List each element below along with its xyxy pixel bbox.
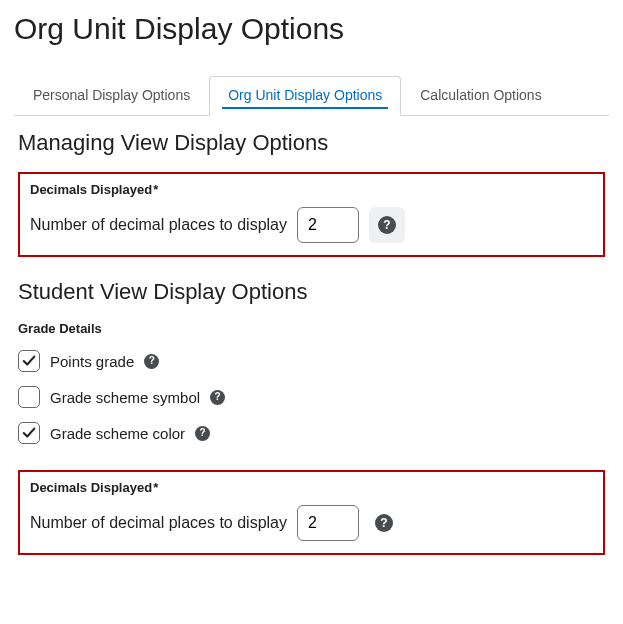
- points-grade-label: Points grade: [50, 353, 134, 370]
- legend-text: Decimals Displayed: [30, 480, 152, 495]
- org-unit-panel: Managing View Display Options Decimals D…: [14, 130, 609, 555]
- managing-decimals-group: Decimals Displayed* Number of decimal pl…: [18, 172, 605, 257]
- grade-scheme-symbol-row: Grade scheme symbol ?: [18, 386, 605, 408]
- grade-scheme-symbol-label: Grade scheme symbol: [50, 389, 200, 406]
- points-grade-checkbox[interactable]: [18, 350, 40, 372]
- tab-calculation-options[interactable]: Calculation Options: [401, 76, 560, 115]
- tab-org-unit-display-options[interactable]: Org Unit Display Options: [209, 76, 401, 116]
- managing-decimals-label: Number of decimal places to display: [30, 216, 287, 234]
- tabs: Personal Display Options Org Unit Displa…: [14, 76, 609, 116]
- student-decimals-legend: Decimals Displayed*: [30, 480, 593, 495]
- managing-view-heading: Managing View Display Options: [18, 130, 605, 156]
- student-decimals-label: Number of decimal places to display: [30, 514, 287, 532]
- student-decimals-input[interactable]: [297, 505, 359, 541]
- grade-scheme-color-label: Grade scheme color: [50, 425, 185, 442]
- help-icon[interactable]: ?: [144, 354, 159, 369]
- grade-scheme-color-checkbox[interactable]: [18, 422, 40, 444]
- student-decimals-group: Decimals Displayed* Number of decimal pl…: [18, 470, 605, 555]
- help-icon[interactable]: ?: [210, 390, 225, 405]
- managing-decimals-input[interactable]: [297, 207, 359, 243]
- managing-decimals-help-button[interactable]: ?: [369, 207, 405, 243]
- help-icon: ?: [378, 216, 396, 234]
- grade-details-label: Grade Details: [18, 321, 605, 336]
- required-asterisk: *: [153, 480, 158, 495]
- student-view-heading: Student View Display Options: [18, 279, 605, 305]
- page-title: Org Unit Display Options: [14, 12, 609, 46]
- tab-personal-display-options[interactable]: Personal Display Options: [14, 76, 209, 115]
- help-icon[interactable]: ?: [195, 426, 210, 441]
- grade-scheme-symbol-checkbox[interactable]: [18, 386, 40, 408]
- grade-scheme-color-row: Grade scheme color ?: [18, 422, 605, 444]
- legend-text: Decimals Displayed: [30, 182, 152, 197]
- required-asterisk: *: [153, 182, 158, 197]
- managing-decimals-legend: Decimals Displayed*: [30, 182, 593, 197]
- help-icon[interactable]: ?: [375, 514, 393, 532]
- points-grade-row: Points grade ?: [18, 350, 605, 372]
